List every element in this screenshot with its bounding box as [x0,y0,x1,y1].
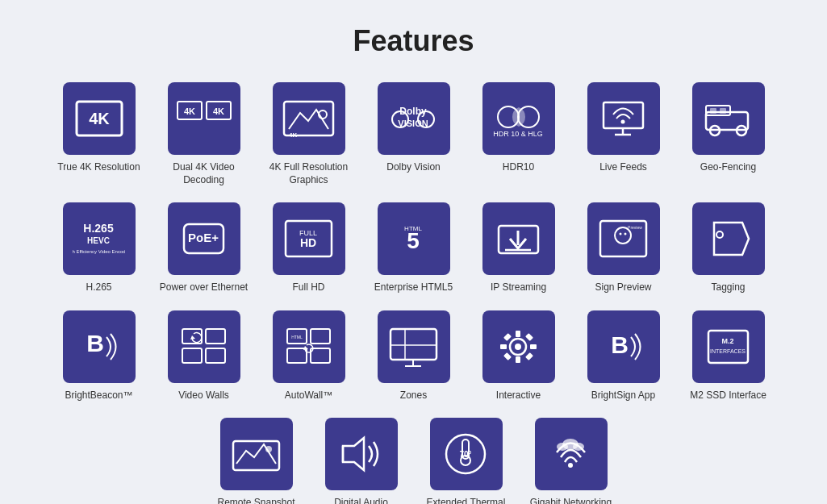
html5-icon-box: HTML 5 [378,202,450,275]
svg-point-77 [265,446,272,452]
m2-ssd-icon: M.2 INTERFACES [702,323,754,371]
svg-rect-49 [206,348,225,363]
feature-row-3: B BrightBeacon™ [16,310,811,402]
feature-brightbeacon: B BrightBeacon™ [51,310,148,402]
video-walls-label: Video Walls [178,389,229,402]
feature-dolby: Dolby VISION Dolby Vision [365,82,462,186]
svg-rect-21 [706,106,730,115]
page-title: Features [16,24,811,58]
svg-text:4K: 4K [89,110,110,127]
geo-fencing-icon [702,94,754,143]
full-hd-label: Full HD [292,281,324,294]
tagging-label: Tagging [711,281,745,294]
tagging-icon-box [692,202,765,275]
svg-rect-54 [311,348,330,363]
svg-marker-50 [190,335,195,339]
interactive-label: Interactive [496,389,541,402]
extended-thermal-icon: 70° [440,430,492,478]
feature-remote-snapshot: Remote Snapshot [208,418,305,504]
feature-h265: H.265 HEVC High Efficiency Video Encodin… [51,202,148,294]
features-page: Features 4K True 4K Resolution 4K [0,0,827,504]
svg-rect-24 [710,108,716,114]
feature-interactive: Interactive [470,310,567,402]
full-hd-icon-box: FULL HD [273,202,345,275]
svg-rect-52 [311,329,330,344]
ip-streaming-icon-box [482,202,555,275]
digital-audio-label: Digital Audio [334,497,388,504]
svg-rect-68 [503,333,512,341]
full-res-label: 4K Full Resolution Graphics [261,161,357,186]
svg-point-42 [624,233,627,235]
brightsign-app-icon-box: B [587,310,660,383]
autowall-icon: HTML [282,323,335,371]
poe-label: Power over Ethernet [160,281,248,294]
svg-rect-73 [708,331,748,363]
svg-text:4K: 4K [183,106,194,116]
extended-thermal-icon-box: 70° [430,418,503,490]
remote-snapshot-label: Remote Snapshot [217,497,294,504]
true-4k-label: True 4K Resolution [57,161,140,174]
brightsign-app-icon: B [597,323,649,371]
svg-text:HTML: HTML [291,335,303,339]
dolby-label: Dolby Vision [386,161,440,174]
svg-text:Preview: Preview [628,225,642,230]
svg-text:M.2: M.2 [721,337,733,345]
feature-hdr10: HDR 10 & HLG HDR10 [470,82,567,186]
feature-live-feeds: Live Feeds [575,82,672,186]
extended-thermal-label: Extended Thermal [427,497,506,504]
feature-digital-audio: Digital Audio [313,418,410,504]
feature-dual-4k: 4K 4K Dual 4K Video Decoding [156,82,253,186]
feature-full-res: 4K 4K Full Resolution Graphics [261,82,357,186]
svg-text:4K: 4K [289,131,297,139]
streaming-icon [492,215,545,263]
svg-point-40 [615,227,631,244]
features-grid: 4K True 4K Resolution 4K 4K Dual 4K Vide… [16,82,811,504]
feature-brightsign-app: B BrightSign App [575,310,672,402]
svg-text:High Efficiency Video Encoding: High Efficiency Video Encoding [73,249,125,254]
sign-preview-icon-box: Preview [587,202,660,275]
4k-dual-icon: 4K 4K [176,98,232,139]
html5-label: Enterprise HTML5 [374,281,453,294]
dolby-icon-box: Dolby VISION [378,82,450,155]
svg-text:HEVC: HEVC [87,236,110,245]
svg-point-84 [568,463,573,468]
zones-icon-box [378,310,450,383]
svg-rect-71 [525,352,533,360]
svg-point-44 [716,231,723,238]
zones-icon [387,323,440,371]
svg-rect-57 [391,329,436,360]
feature-row-1: 4K True 4K Resolution 4K 4K Dual 4K Vide… [16,82,811,186]
hdr10-icon-box: HDR 10 & HLG [482,82,555,155]
svg-rect-53 [287,348,307,363]
dolby-icon: Dolby VISION [387,94,440,143]
svg-text:B: B [86,330,104,356]
interactive-icon-box [482,310,555,383]
feature-autowall: HTML AutoWall™ [261,310,357,402]
svg-text:INTERFACES: INTERFACES [710,348,746,354]
feature-row-4: Remote Snapshot Digital Audio [16,418,811,504]
h265-label: H.265 [86,281,111,294]
feature-extended-thermal: 70° Extended Thermal [418,418,515,504]
feature-sign-preview: Preview Sign Preview [575,202,672,294]
poe-icon: PoE+ [178,215,230,263]
svg-marker-78 [343,438,364,470]
h265-icon: H.265 HEVC High Efficiency Video Encodin… [73,215,125,263]
sign-preview-icon: Preview [597,215,649,263]
svg-rect-67 [530,344,537,349]
poe-icon-box: PoE+ [168,202,240,275]
brightsign-app-label: BrightSign App [591,389,655,402]
svg-text:B: B [611,331,629,358]
4k-single-icon: 4K [75,98,123,139]
dual-4k-label: Dual 4K Video Decoding [156,161,253,186]
svg-rect-6 [284,102,333,135]
svg-text:4K: 4K [212,106,223,116]
gigabit-icon [545,430,597,478]
interactive-icon [492,323,545,371]
feature-true-4k: 4K True 4K Resolution [51,82,148,186]
feature-video-walls: Video Walls [156,310,253,402]
feature-poe: PoE+ Power over Ethernet [156,202,253,294]
zones-label: Zones [400,389,427,402]
svg-point-87 [573,443,584,451]
feature-tagging: Tagging [680,202,777,294]
feature-gigabit: Gigabit Networking [523,418,620,504]
